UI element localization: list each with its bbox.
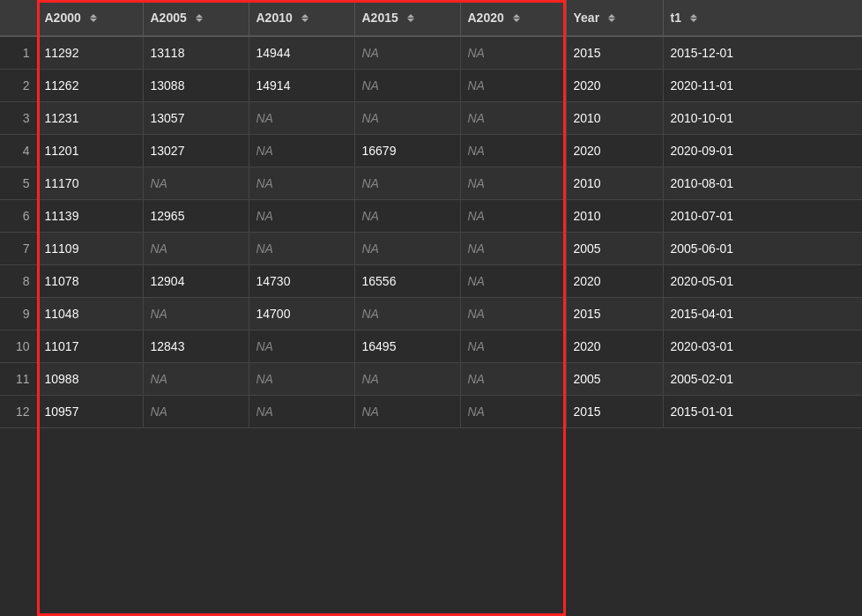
sort-arrows-A2005[interactable]	[196, 14, 203, 22]
sort-arrows-A2020[interactable]	[513, 14, 520, 22]
table-row[interactable]: 61113912965NANANA20102010-07-01	[0, 200, 862, 233]
cell-A2015: 16556	[354, 265, 460, 298]
table-row[interactable]: 511170NANANANA20102010-08-01	[0, 167, 862, 200]
cell-A2010: 14944	[249, 36, 354, 70]
col-header-A2000[interactable]: A2000	[37, 0, 143, 36]
col-label-Year: Year	[574, 11, 600, 25]
cell-A2005: 13088	[143, 70, 249, 102]
cell-A2000: 11170	[37, 167, 143, 200]
sort-asc-A2015[interactable]	[407, 14, 414, 18]
cell-rownum: 4	[0, 135, 37, 167]
col-header-t1[interactable]: t1	[663, 0, 862, 36]
cell-A2020: NA	[460, 265, 566, 298]
sort-asc-t1[interactable]	[690, 14, 697, 18]
sort-desc-Year[interactable]	[608, 19, 615, 22]
sort-asc-A2020[interactable]	[513, 14, 520, 18]
col-header-rownum	[0, 0, 37, 36]
table-row[interactable]: 811078129041473016556NA20202020-05-01	[0, 265, 862, 298]
table-row[interactable]: 1210957NANANANA20152015-01-01	[0, 396, 862, 428]
cell-A2020: NA	[460, 298, 566, 330]
sort-asc-A2005[interactable]	[196, 14, 203, 18]
cell-A2000: 10988	[37, 363, 143, 396]
cell-A2000: 11292	[37, 36, 143, 70]
cell-rownum: 7	[0, 233, 37, 265]
cell-A2020: NA	[460, 70, 566, 102]
cell-rownum: 9	[0, 298, 37, 330]
cell-A2000: 11048	[37, 298, 143, 330]
cell-A2010: 14914	[249, 70, 354, 102]
sort-asc-A2010[interactable]	[301, 14, 308, 18]
cell-A2015: NA	[354, 102, 460, 135]
cell-A2005: NA	[143, 167, 249, 200]
cell-Year: 2020	[566, 135, 663, 167]
table-row[interactable]: 31123113057NANANA20102010-10-01	[0, 102, 862, 135]
cell-A2010: NA	[249, 102, 354, 135]
table-row[interactable]: 1110988NANANANA20052005-02-01	[0, 363, 862, 396]
cell-rownum: 6	[0, 200, 37, 233]
sort-desc-t1[interactable]	[690, 19, 697, 22]
cell-Year: 2010	[566, 167, 663, 200]
table-row[interactable]: 1112921311814944NANA20152015-12-01	[0, 36, 862, 70]
sort-arrows-t1[interactable]	[690, 14, 697, 22]
cell-A2015: NA	[354, 200, 460, 233]
cell-A2000: 11078	[37, 265, 143, 298]
cell-A2000: 11201	[37, 135, 143, 167]
cell-Year: 2020	[566, 330, 663, 363]
cell-A2020: NA	[460, 102, 566, 135]
cell-A2020: NA	[460, 330, 566, 363]
cell-A2000: 11262	[37, 70, 143, 102]
table-row[interactable]: 711109NANANANA20052005-06-01	[0, 233, 862, 265]
cell-A2005: 13027	[143, 135, 249, 167]
cell-t1: 2020-09-01	[663, 135, 862, 167]
data-table-container: A2000 A2005	[0, 0, 862, 616]
cell-A2005: NA	[143, 233, 249, 265]
cell-A2010: NA	[249, 396, 354, 428]
table-row[interactable]: 101101712843NA16495NA20202020-03-01	[0, 330, 862, 363]
col-header-A2020[interactable]: A2020	[460, 0, 566, 36]
sort-desc-A2005[interactable]	[196, 19, 203, 22]
cell-A2010: NA	[249, 135, 354, 167]
sort-desc-A2020[interactable]	[513, 19, 520, 22]
sort-arrows-A2015[interactable]	[407, 14, 414, 22]
cell-A2010: NA	[249, 330, 354, 363]
cell-Year: 2010	[566, 200, 663, 233]
sort-desc-A2015[interactable]	[407, 19, 414, 22]
table-row[interactable]: 2112621308814914NANA20202020-11-01	[0, 70, 862, 102]
col-label-A2005: A2005	[151, 11, 187, 25]
table-row[interactable]: 41120113027NA16679NA20202020-09-01	[0, 135, 862, 167]
sort-desc-A2010[interactable]	[301, 19, 308, 22]
cell-A2000: 11109	[37, 233, 143, 265]
cell-A2010: NA	[249, 200, 354, 233]
col-label-A2015: A2015	[362, 11, 398, 25]
col-label-A2020: A2020	[468, 11, 504, 25]
col-header-Year[interactable]: Year	[566, 0, 663, 36]
cell-A2020: NA	[460, 167, 566, 200]
sort-desc-A2000[interactable]	[90, 19, 97, 22]
sort-arrows-A2010[interactable]	[301, 14, 308, 22]
cell-t1: 2010-08-01	[663, 167, 862, 200]
sort-asc-Year[interactable]	[608, 14, 615, 18]
col-header-A2005[interactable]: A2005	[143, 0, 249, 36]
cell-A2015: 16495	[354, 330, 460, 363]
table-row[interactable]: 911048NA14700NANA20152015-04-01	[0, 298, 862, 330]
cell-A2015: NA	[354, 363, 460, 396]
cell-Year: 2015	[566, 396, 663, 428]
sort-arrows-A2000[interactable]	[90, 14, 97, 22]
cell-rownum: 3	[0, 102, 37, 135]
sort-arrows-Year[interactable]	[608, 14, 615, 22]
cell-A2015: NA	[354, 396, 460, 428]
cell-A2010: 14700	[249, 298, 354, 330]
cell-rownum: 8	[0, 265, 37, 298]
cell-rownum: 10	[0, 330, 37, 363]
cell-A2000: 11017	[37, 330, 143, 363]
cell-A2015: NA	[354, 36, 460, 70]
col-header-A2015[interactable]: A2015	[354, 0, 460, 36]
cell-A2005: 12965	[143, 200, 249, 233]
sort-asc-A2000[interactable]	[90, 14, 97, 18]
col-header-A2010[interactable]: A2010	[249, 0, 354, 36]
cell-t1: 2015-01-01	[663, 396, 862, 428]
cell-Year: 2020	[566, 70, 663, 102]
cell-t1: 2020-05-01	[663, 265, 862, 298]
cell-rownum: 2	[0, 70, 37, 102]
cell-A2020: NA	[460, 396, 566, 428]
